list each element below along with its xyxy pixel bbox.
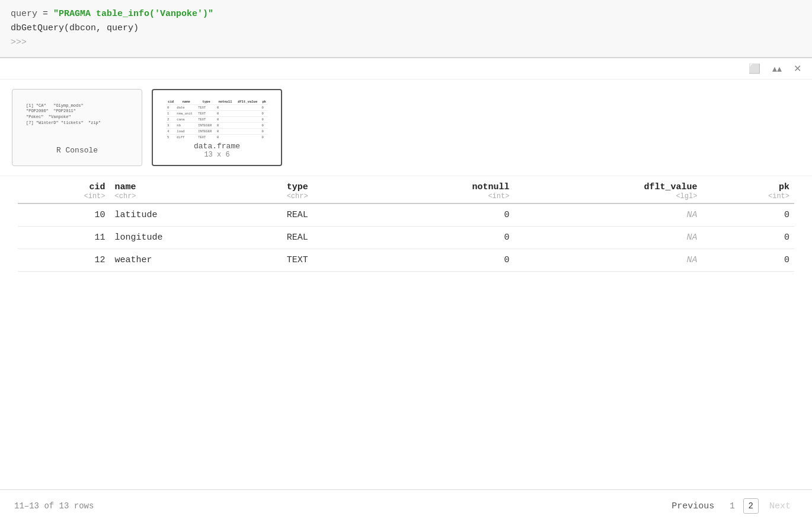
cell-cid: 11	[18, 227, 110, 249]
thumbnail-dataframe[interactable]: cidnametypenotnulldflt_valuepk 0dateTEXT…	[152, 89, 282, 166]
pagination-bar: 11–13 of 13 rows Previous 1 2 Next	[0, 489, 812, 522]
cell-pk: 0	[702, 249, 794, 272]
table-row: 12 weather TEXT 0 NA 0	[18, 249, 794, 272]
code-query-var: query	[11, 9, 37, 19]
collapse-icon: ▴▴	[772, 63, 782, 74]
cell-pk: 0	[702, 203, 794, 227]
col-header-notnull: notnull <int>	[374, 176, 514, 203]
cell-type: TEXT	[282, 249, 375, 272]
cell-notnull: 0	[374, 227, 514, 249]
code-area: query = "PRAGMA table_info('Vanpoke')" d…	[0, 0, 812, 58]
col-header-cid: cid <int>	[18, 176, 110, 203]
row-count-label: 11–13 of 13 rows	[14, 501, 94, 511]
thumbnail-preview-console: [1] "CA" "Olymp_mods" "POP2006" "POP2011…	[24, 101, 130, 142]
next-button[interactable]: Next	[762, 499, 798, 514]
thumbnail-row: [1] "CA" "Olymp_mods" "POP2006" "POP2011…	[0, 79, 812, 176]
thumbnail-preview-dataframe: cidnametypenotnulldflt_valuepk 0dateTEXT…	[164, 97, 270, 138]
close-button[interactable]: ✕	[790, 62, 805, 75]
col-header-dflt: dflt_value <lgl>	[514, 176, 702, 203]
col-header-name: name <chr>	[110, 176, 282, 203]
cell-name: latitude	[110, 203, 282, 227]
cell-type: REAL	[282, 227, 375, 249]
cell-notnull: 0	[374, 203, 514, 227]
cell-dflt-value: NA	[514, 249, 702, 272]
cell-type: REAL	[282, 203, 375, 227]
cell-pk: 0	[702, 227, 794, 249]
toolbar: ⬜ ▴▴ ✕	[0, 58, 812, 79]
close-icon: ✕	[794, 63, 801, 74]
table-row: 11 longitude REAL 0 NA 0	[18, 227, 794, 249]
code-line-3: >>>	[11, 36, 801, 50]
previous-button[interactable]: Previous	[664, 499, 721, 514]
data-viewer: ⬜ ▴▴ ✕ [1] "CA" "Olymp_mods" "POP2006" "…	[0, 58, 812, 522]
popout-icon: ⬜	[749, 63, 760, 74]
code-fn-name: dbGetQuery	[11, 23, 64, 33]
thumbnail-dataframe-label: data.frame	[194, 142, 240, 151]
code-line-2: dbGetQuery(dbcon, query)	[11, 21, 801, 36]
code-line-1: query = "PRAGMA table_info('Vanpoke')"	[11, 7, 801, 21]
cell-cid: 10	[18, 203, 110, 227]
cell-notnull: 0	[374, 249, 514, 272]
thumbnail-dataframe-sublabel: 13 x 6	[204, 151, 229, 159]
page-1-button[interactable]: 1	[725, 499, 739, 513]
cell-dflt-value: NA	[514, 227, 702, 249]
page-2-button[interactable]: 2	[743, 498, 759, 514]
data-table: cid <int> name <chr> type <chr> notnull …	[18, 176, 794, 272]
cell-dflt-value: NA	[514, 203, 702, 227]
code-query-string: "PRAGMA table_info('Vanpoke')"	[53, 9, 213, 19]
thumbnail-r-console[interactable]: [1] "CA" "Olymp_mods" "POP2006" "POP2011…	[12, 89, 142, 166]
data-table-wrapper: cid <int> name <chr> type <chr> notnull …	[0, 176, 812, 489]
popout-button[interactable]: ⬜	[745, 62, 764, 75]
col-header-pk: pk <int>	[702, 176, 794, 203]
table-header-row: cid <int> name <chr> type <chr> notnull …	[18, 176, 794, 203]
thumbnail-console-label: R Console	[56, 146, 98, 155]
cell-cid: 12	[18, 249, 110, 272]
col-header-type: type <chr>	[282, 176, 375, 203]
collapse-button[interactable]: ▴▴	[769, 62, 785, 75]
table-row: 10 latitude REAL 0 NA 0	[18, 203, 794, 227]
pagination-controls: Previous 1 2 Next	[664, 498, 798, 514]
cell-name: longitude	[110, 227, 282, 249]
cell-name: weather	[110, 249, 282, 272]
